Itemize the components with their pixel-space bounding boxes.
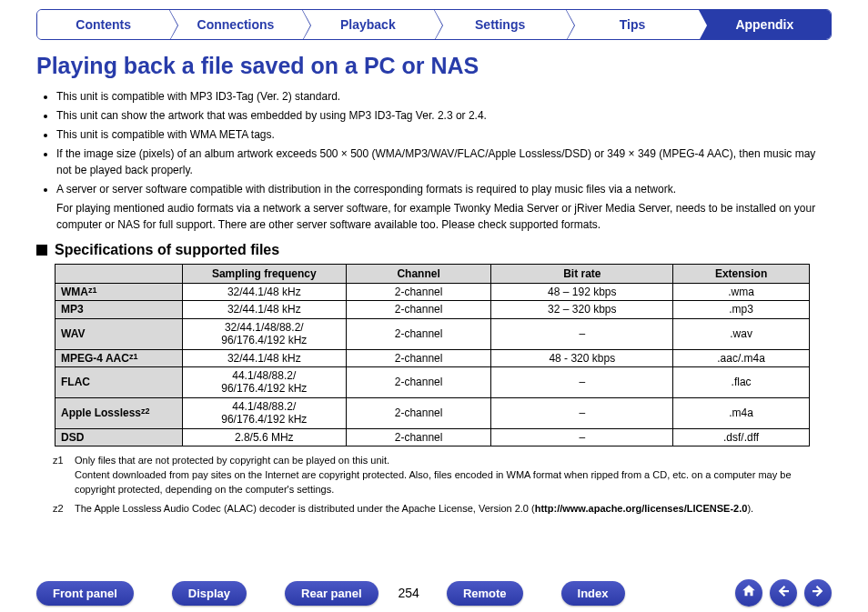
tab-label: Settings	[475, 17, 525, 32]
footnote-text: Only files that are not protected by cop…	[75, 454, 815, 497]
list-item: This unit is compatible with MP3 ID3-Tag…	[56, 88, 826, 105]
list-item: If the image size (pixels) of an album a…	[56, 145, 826, 178]
table-row: WAV 32/44.1/48/88.2/ 96/176.4/192 kHz 2-…	[56, 318, 810, 349]
cell-sampling: 32/44.1/48/88.2/ 96/176.4/192 kHz	[182, 318, 346, 349]
table-row: MP3 32/44.1/48 kHz 2-channel 32 – 320 kb…	[56, 301, 810, 318]
table-row: Apple Losslessz2 44.1/48/88.2/ 96/176.4/…	[56, 397, 810, 428]
cell-channel: 2-channel	[346, 349, 491, 366]
arrow-left-icon	[775, 583, 792, 603]
tab-contents[interactable]: Contents	[37, 10, 169, 39]
th-ext: Extension	[673, 265, 810, 284]
cell-ext: .flac	[673, 366, 810, 397]
page-number: 254	[399, 586, 419, 600]
table-row: WMAz1 32/44.1/48 kHz 2-channel 48 – 192 …	[56, 284, 810, 301]
cell-ext: .aac/.m4a	[673, 349, 810, 366]
display-button[interactable]: Display	[172, 581, 247, 606]
list-item: This unit is compatible with WMA META ta…	[56, 126, 826, 143]
cell-format: DSD	[56, 428, 183, 446]
footnote-text: The Apple Lossless Audio Codec (ALAC) de…	[75, 502, 815, 517]
th-channel: Channel	[346, 265, 491, 284]
footnotes: z1 Only files that are not protected by …	[53, 454, 815, 517]
table-body: WMAz1 32/44.1/48 kHz 2-channel 48 – 192 …	[56, 284, 810, 446]
footnote-link[interactable]: http://www.apache.org/licenses/LICENSE-2…	[535, 503, 748, 514]
prev-page-button[interactable]	[770, 579, 797, 607]
tab-playback[interactable]: Playback	[302, 10, 434, 39]
tab-label: Connections	[197, 17, 275, 32]
cell-bitrate: –	[491, 428, 673, 446]
section-heading: Specifications of supported files	[36, 242, 832, 258]
cell-ext: .wav	[673, 318, 810, 349]
cell-sampling: 44.1/48/88.2/ 96/176.4/192 kHz	[182, 397, 346, 428]
section-heading-text: Specifications of supported files	[55, 242, 279, 258]
cell-channel: 2-channel	[346, 366, 491, 397]
nav-icon-bar	[735, 579, 832, 607]
cell-ext: .m4a	[673, 397, 810, 428]
page-title: Playing back a file saved on a PC or NAS	[36, 53, 832, 79]
cell-bitrate: 32 – 320 kbps	[491, 301, 673, 318]
cell-sampling: 2.8/5.6 MHz	[182, 428, 346, 446]
list-item: This unit can show the artwork that was …	[56, 107, 826, 124]
list-item-sub: For playing mentioned audio formats via …	[56, 200, 826, 233]
cell-sampling: 32/44.1/48 kHz	[182, 349, 346, 366]
cell-bitrate: –	[491, 397, 673, 428]
cell-sampling: 32/44.1/48 kHz	[182, 301, 346, 318]
footnote-label: z2	[53, 502, 75, 517]
page-root: Contents Connections Playback Settings T…	[0, 9, 868, 612]
cell-channel: 2-channel	[346, 428, 491, 446]
th-bitrate: Bit rate	[491, 265, 673, 284]
cell-bitrate: –	[491, 366, 673, 397]
home-button[interactable]	[735, 579, 762, 607]
cell-sampling: 44.1/48/88.2/ 96/176.4/192 kHz	[182, 366, 346, 397]
footnote-label: z1	[53, 454, 75, 497]
cell-format: WAV	[56, 318, 183, 349]
tab-label: Appendix	[735, 17, 793, 32]
cell-format: WMAz1	[56, 284, 183, 301]
cell-format: Apple Losslessz2	[56, 397, 183, 428]
bottom-bar: Front panel Display Rear panel 254 Remot…	[0, 579, 868, 607]
cell-bitrate: –	[491, 318, 673, 349]
cell-sampling: 32/44.1/48 kHz	[182, 284, 346, 301]
tab-appendix[interactable]: Appendix	[699, 10, 831, 39]
table-header-row: Sampling frequency Channel Bit rate Exte…	[56, 265, 810, 284]
arrow-right-icon	[810, 583, 826, 603]
table-row: MPEG-4 AACz1 32/44.1/48 kHz 2-channel 48…	[56, 349, 810, 366]
cell-bitrate: 48 - 320 kbps	[491, 349, 673, 366]
tab-tips[interactable]: Tips	[566, 10, 698, 39]
cell-channel: 2-channel	[346, 301, 491, 318]
th-sampling: Sampling frequency	[182, 265, 346, 284]
tab-label: Contents	[76, 17, 131, 32]
list-item: A server or server software compatible w…	[56, 181, 826, 197]
rear-panel-button[interactable]: Rear panel	[285, 581, 378, 606]
bullet-list: This unit is compatible with MP3 ID3-Tag…	[56, 88, 826, 233]
square-bullet-icon	[36, 245, 47, 256]
home-icon	[741, 583, 757, 603]
tab-settings[interactable]: Settings	[434, 10, 566, 39]
spec-table: Sampling frequency Channel Bit rate Exte…	[55, 264, 810, 446]
table-row: DSD 2.8/5.6 MHz 2-channel – .dsf/.dff	[56, 428, 810, 446]
cell-ext: .wma	[673, 284, 810, 301]
cell-format: MP3	[56, 301, 183, 318]
tab-connections[interactable]: Connections	[169, 10, 301, 39]
cell-bitrate: 48 – 192 kbps	[491, 284, 673, 301]
table-row: FLAC 44.1/48/88.2/ 96/176.4/192 kHz 2-ch…	[56, 366, 810, 397]
index-button[interactable]: Index	[561, 581, 625, 606]
tab-label: Tips	[620, 17, 646, 32]
cell-channel: 2-channel	[346, 318, 491, 349]
footnote: z1 Only files that are not protected by …	[53, 454, 815, 497]
cell-channel: 2-channel	[346, 284, 491, 301]
th-blank	[56, 265, 183, 284]
top-tabs: Contents Connections Playback Settings T…	[36, 9, 832, 40]
cell-ext: .dsf/.dff	[673, 428, 810, 446]
cell-format: FLAC	[56, 366, 183, 397]
front-panel-button[interactable]: Front panel	[36, 581, 134, 606]
footnote: z2 The Apple Lossless Audio Codec (ALAC)…	[53, 502, 815, 517]
next-page-button[interactable]	[804, 579, 832, 607]
remote-button[interactable]: Remote	[447, 581, 523, 606]
tab-label: Playback	[340, 17, 396, 32]
cell-ext: .mp3	[673, 301, 810, 318]
cell-format: MPEG-4 AACz1	[56, 349, 183, 366]
cell-channel: 2-channel	[346, 397, 491, 428]
